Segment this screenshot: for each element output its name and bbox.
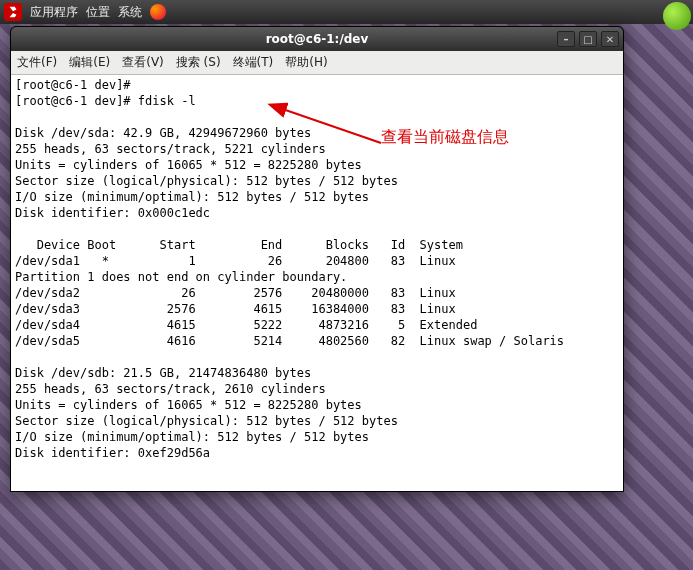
partition-row: /dev/sda5 4616 5214 4802560 82 Linux swa…	[15, 334, 564, 348]
partition-header: Device Boot Start End Blocks Id System	[15, 238, 463, 252]
menu-search[interactable]: 搜索 (S)	[176, 54, 221, 71]
disk-header: Disk /dev/sda: 42.9 GB, 42949672960 byte…	[15, 126, 311, 140]
partition-row: /dev/sda4 4615 5222 4873216 5 Extended	[15, 318, 477, 332]
disk-io: I/O size (minimum/optimal): 512 bytes / …	[15, 190, 369, 204]
update-badge-icon[interactable]	[663, 2, 691, 30]
window-titlebar[interactable]: root@c6-1:/dev – □ ✕	[11, 27, 623, 51]
terminal-window: root@c6-1:/dev – □ ✕ 文件(F) 编辑(E) 查看(V) 搜…	[10, 26, 624, 492]
terminal-menubar: 文件(F) 编辑(E) 查看(V) 搜索 (S) 终端(T) 帮助(H)	[11, 51, 623, 75]
window-minimize-button[interactable]: –	[557, 31, 575, 47]
menu-terminal[interactable]: 终端(T)	[233, 54, 274, 71]
menu-file[interactable]: 文件(F)	[17, 54, 57, 71]
window-maximize-button[interactable]: □	[579, 31, 597, 47]
menu-edit[interactable]: 编辑(E)	[69, 54, 110, 71]
prompt-line: [root@c6-1 dev]#	[15, 78, 131, 92]
partition-row: /dev/sda2 26 2576 20480000 83 Linux	[15, 286, 456, 300]
disk-id: Disk identifier: 0xef29d56a	[15, 446, 210, 460]
window-title: root@c6-1:/dev	[266, 32, 369, 46]
partition-note: Partition 1 does not end on cylinder bou…	[15, 270, 347, 284]
distro-logo-icon	[4, 3, 22, 21]
taskbar-places[interactable]: 位置	[86, 4, 110, 21]
disk-io: I/O size (minimum/optimal): 512 bytes / …	[15, 430, 369, 444]
disk-sector: Sector size (logical/physical): 512 byte…	[15, 174, 398, 188]
taskbar-system[interactable]: 系统	[118, 4, 142, 21]
prompt-line: [root@c6-1 dev]# fdisk -l	[15, 94, 196, 108]
window-close-button[interactable]: ✕	[601, 31, 619, 47]
desktop-taskbar: 应用程序 位置 系统	[0, 0, 693, 24]
annotation-label: 查看当前磁盘信息	[381, 129, 509, 145]
disk-geom: 255 heads, 63 sectors/track, 5221 cylind…	[15, 142, 326, 156]
disk-geom: 255 heads, 63 sectors/track, 2610 cylind…	[15, 382, 326, 396]
firefox-icon[interactable]	[150, 4, 166, 20]
partition-row: /dev/sda1 * 1 26 204800 83 Linux	[15, 254, 456, 268]
partition-row: /dev/sda3 2576 4615 16384000 83 Linux	[15, 302, 456, 316]
disk-units: Units = cylinders of 16065 * 512 = 82252…	[15, 398, 362, 412]
disk-id: Disk identifier: 0x000c1edc	[15, 206, 210, 220]
disk-sector: Sector size (logical/physical): 512 byte…	[15, 414, 398, 428]
terminal-output[interactable]: [root@c6-1 dev]# [root@c6-1 dev]# fdisk …	[11, 75, 623, 491]
menu-help[interactable]: 帮助(H)	[285, 54, 327, 71]
taskbar-apps[interactable]: 应用程序	[30, 4, 78, 21]
disk-header: Disk /dev/sdb: 21.5 GB, 21474836480 byte…	[15, 366, 311, 380]
menu-view[interactable]: 查看(V)	[122, 54, 164, 71]
disk-units: Units = cylinders of 16065 * 512 = 82252…	[15, 158, 362, 172]
